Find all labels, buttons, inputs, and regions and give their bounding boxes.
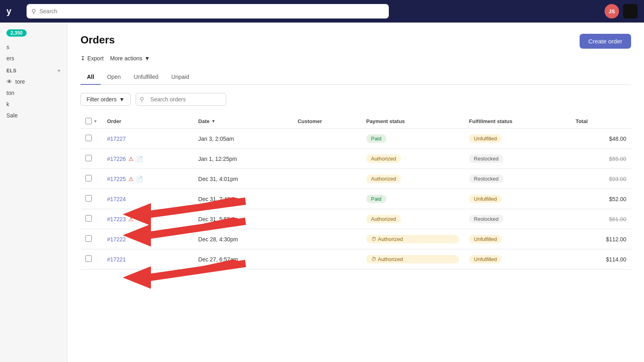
fulfillment-status-badge: Restocked bbox=[469, 154, 503, 163]
order-customer-cell bbox=[293, 249, 361, 269]
date-sort-control[interactable]: Date ▼ bbox=[198, 118, 288, 124]
sidebar-add-icon[interactable]: + bbox=[57, 67, 61, 74]
col-header-customer: Customer bbox=[293, 114, 361, 129]
payment-status-badge: ⏱ Authorized bbox=[366, 235, 460, 243]
document-icon: 📄 bbox=[136, 216, 143, 222]
select-all-checkbox[interactable] bbox=[85, 118, 92, 124]
nav-black-button[interactable] bbox=[623, 4, 638, 19]
order-total-cell: $48.00 bbox=[571, 129, 631, 149]
order-customer-cell bbox=[293, 129, 361, 149]
col-header-date[interactable]: Date ▼ bbox=[194, 114, 293, 129]
order-id-link[interactable]: #17225 bbox=[107, 176, 126, 182]
row-checkbox[interactable] bbox=[85, 155, 92, 161]
order-date-cell: Jan 1, 12:25pm bbox=[194, 149, 293, 169]
order-payment-cell: Authorized bbox=[361, 209, 464, 229]
order-customer-cell bbox=[293, 169, 361, 189]
sidebar-item-automation[interactable]: ton bbox=[0, 87, 67, 99]
row-checkbox[interactable] bbox=[85, 255, 92, 262]
filter-orders-label: Filter orders bbox=[87, 96, 117, 103]
sidebar-item-ers[interactable]: ers bbox=[0, 53, 67, 64]
global-search-input[interactable] bbox=[39, 8, 384, 14]
order-fulfillment-cell: Unfulfilled bbox=[464, 189, 571, 209]
order-id-link[interactable]: #17223 bbox=[107, 216, 126, 222]
sidebar-labels-section: ELS + bbox=[0, 64, 67, 76]
order-customer-cell bbox=[293, 149, 361, 169]
order-id-link[interactable]: #17221 bbox=[107, 256, 126, 263]
export-button[interactable]: ↧ Export bbox=[80, 55, 103, 62]
chevron-down-icon: ▼ bbox=[144, 55, 150, 62]
filter-orders-button[interactable]: Filter orders ▼ bbox=[80, 93, 131, 106]
row-checkbox[interactable] bbox=[85, 175, 92, 181]
order-id-cell: #17224 bbox=[102, 189, 194, 209]
top-navigation: y ⚲ JS bbox=[0, 0, 644, 23]
sidebar-eye-icon: 👁 bbox=[6, 78, 12, 85]
sidebar-item-store[interactable]: 👁 tore bbox=[0, 76, 67, 87]
payment-status-badge: Paid bbox=[366, 134, 386, 143]
order-payment-cell: ⏱ Authorized bbox=[361, 229, 464, 249]
search-orders-input[interactable] bbox=[136, 93, 226, 106]
row-checkbox-cell bbox=[80, 149, 102, 169]
sidebar-store-label: tore bbox=[15, 78, 25, 85]
sidebar: 2,350 s ers ELS + 👁 tore ton k Sale bbox=[0, 23, 68, 362]
more-actions-button[interactable]: More actions ▼ bbox=[110, 55, 150, 62]
sidebar-item-s[interactable]: s bbox=[0, 41, 67, 53]
order-total-cell: $55.00 bbox=[571, 149, 631, 169]
order-id-cell: #17221 bbox=[102, 249, 194, 269]
order-fulfillment-cell: Restocked bbox=[464, 169, 571, 189]
page-header: Orders Create order bbox=[80, 34, 631, 49]
fulfillment-status-badge: Unfulfilled bbox=[469, 195, 502, 203]
avatar[interactable]: JS bbox=[605, 4, 619, 19]
order-payment-cell: Authorized bbox=[361, 149, 464, 169]
order-id-cell: #17222 bbox=[102, 229, 194, 249]
order-customer-cell bbox=[293, 209, 361, 229]
payment-status-badge: Authorized bbox=[366, 154, 401, 163]
search-icon: ⚲ bbox=[31, 8, 36, 15]
table-row: #17221Dec 27, 6:57am⏱ AuthorizedUnfulfil… bbox=[80, 249, 631, 269]
order-total-cell: $93.00 bbox=[571, 169, 631, 189]
sidebar-item-label: s bbox=[6, 44, 9, 50]
order-id-link[interactable]: #17224 bbox=[107, 196, 126, 202]
row-checkbox[interactable] bbox=[85, 135, 92, 141]
row-checkbox[interactable] bbox=[85, 215, 92, 222]
global-search-bar[interactable]: ⚲ bbox=[27, 4, 389, 19]
tab-all[interactable]: All bbox=[80, 70, 101, 85]
date-col-label: Date bbox=[198, 118, 210, 124]
search-orders-wrapper: ⚲ bbox=[136, 93, 631, 106]
order-id-link[interactable]: #17227 bbox=[107, 136, 126, 142]
row-checkbox-cell bbox=[80, 209, 102, 229]
order-id-link[interactable]: #17222 bbox=[107, 236, 126, 243]
order-payment-cell: Paid bbox=[361, 129, 464, 149]
table-row: #17227Jan 3, 2:05amPaidUnfulfilled$48.00 bbox=[80, 129, 631, 149]
tab-unfulfilled[interactable]: Unfulfilled bbox=[127, 70, 165, 85]
sidebar-sale-label: Sale bbox=[6, 112, 18, 119]
main-layout: 2,350 s ers ELS + 👁 tore ton k Sale Orde… bbox=[0, 23, 644, 362]
main-content: Orders Create order ↧ Export More action… bbox=[68, 23, 644, 362]
create-order-button[interactable]: Create order bbox=[580, 34, 631, 49]
checkbox-chevron-icon[interactable]: ▼ bbox=[93, 119, 97, 123]
sidebar-item-label: ers bbox=[6, 55, 14, 62]
col-header-total: Total bbox=[571, 114, 631, 129]
order-customer-cell bbox=[293, 229, 361, 249]
row-checkbox-cell bbox=[80, 229, 102, 249]
order-payment-cell: ⏱ Authorized bbox=[361, 249, 464, 269]
order-date-cell: Dec 31, 5:55am bbox=[194, 209, 293, 229]
orders-table: ▼ Order Date ▼ Customer Payment status F… bbox=[80, 114, 631, 269]
page-title: Orders bbox=[80, 34, 115, 46]
filter-row: Filter orders ▼ ⚲ bbox=[80, 93, 631, 106]
sidebar-automation-label: ton bbox=[6, 90, 14, 96]
fulfillment-status-badge: Unfulfilled bbox=[469, 255, 502, 263]
clock-icon: ⏱ bbox=[371, 236, 376, 242]
row-checkbox[interactable] bbox=[85, 195, 92, 202]
tab-open[interactable]: Open bbox=[101, 70, 127, 85]
col-header-order: Order bbox=[102, 114, 194, 129]
order-id-link[interactable]: #17226 bbox=[107, 156, 126, 162]
table-header-checkbox: ▼ bbox=[80, 114, 102, 129]
order-date-cell: Dec 31, 4:01pm bbox=[194, 169, 293, 189]
row-checkbox-cell bbox=[80, 249, 102, 269]
row-checkbox[interactable] bbox=[85, 235, 92, 242]
sidebar-item-book[interactable]: k bbox=[0, 99, 67, 110]
fulfillment-status-badge: Restocked bbox=[469, 175, 503, 183]
tab-unpaid[interactable]: Unpaid bbox=[165, 70, 196, 85]
sidebar-item-sale[interactable]: Sale bbox=[0, 110, 67, 121]
warning-icon: ⚠ bbox=[128, 216, 134, 222]
